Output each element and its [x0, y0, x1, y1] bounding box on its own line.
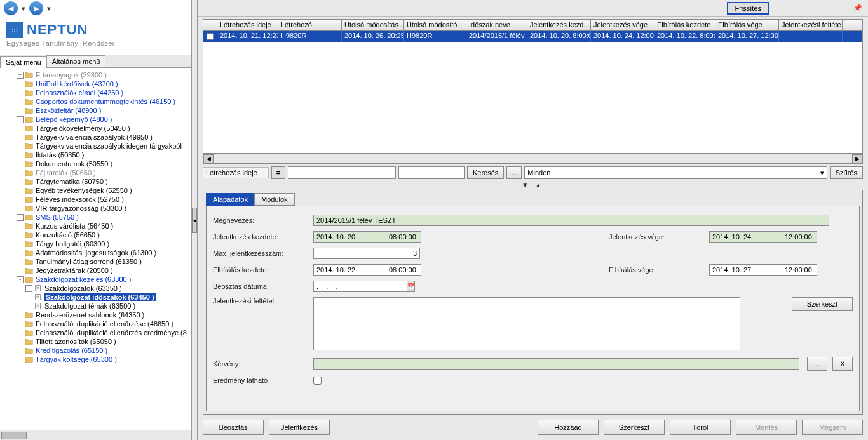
tree-item[interactable]: Tiltott azonosítók (65050 )	[1, 337, 189, 346]
tree-item[interactable]: Felhasználói duplikáció ellenőrzés eredm…	[1, 328, 189, 337]
nav-back-button[interactable]: ◀	[4, 1, 18, 15]
tree-item[interactable]: Szakdolgozat témák (63500 )	[1, 302, 189, 310]
szerkeszt-button[interactable]: Szerkeszt	[604, 420, 665, 435]
tab-alapadatok[interactable]: Alapadatok	[206, 193, 255, 206]
tree-item[interactable]: Rendszerüzenet sablonok (64350 )	[1, 310, 189, 319]
tab-general-menu[interactable]: Általános menü	[46, 55, 106, 67]
input-elbvege-time[interactable]	[782, 264, 817, 276]
search-value-input-2[interactable]	[398, 166, 465, 179]
search-operator-button[interactable]: =	[271, 166, 285, 179]
search-value-input-1[interactable]	[288, 166, 396, 179]
megsem-button[interactable]: Mégsem	[802, 420, 863, 435]
data-grid[interactable]: Létrehozás idejeLétrehozóUtolsó módosítá…	[203, 19, 863, 164]
vertical-splitter[interactable]: ◂	[191, 0, 198, 440]
tree-item[interactable]: Tanulmányi átlag sorrend (61350 )	[1, 257, 189, 266]
refresh-button[interactable]: Frissítés	[727, 2, 769, 15]
grid-scroll-right[interactable]: ▶	[852, 154, 862, 163]
tree-item[interactable]: +SMS (55750 )	[1, 213, 189, 222]
tree-expand-icon	[17, 81, 24, 88]
tree-item[interactable]: Iktatás (50350 )	[1, 150, 189, 159]
grid-header-cell[interactable]: Utolsó módosító	[404, 20, 466, 30]
tree-item[interactable]: Tárgy hallgatói (60300 )	[1, 239, 189, 248]
tree-item[interactable]: Szakdolgozat időszakok (63450 )	[1, 293, 189, 302]
tree-item[interactable]: Eszközleltár (48900 )	[1, 106, 189, 115]
label-megnevezes: Megnevezés:	[213, 217, 313, 224]
input-jelkezd-time[interactable]	[386, 231, 421, 243]
grid-header-cell[interactable]: Elbírálás kezdete	[654, 20, 715, 30]
grid-header-cell[interactable]: Jelentkezési feltéte	[779, 20, 843, 30]
tree-expand-icon[interactable]: +	[25, 285, 32, 292]
grid-header-cell[interactable]: Létrehozás ideje	[217, 20, 278, 30]
szerkeszt-feltetel-button[interactable]: Szerkeszt	[792, 297, 853, 311]
tree-expand-icon[interactable]: +	[17, 116, 24, 123]
grid-header-cell[interactable]: Létrehozó	[278, 20, 342, 30]
tree-item[interactable]: Tárgyekvivalencia szabályok idegen tárgy…	[1, 142, 189, 150]
tree-item[interactable]: UniPoll kérdőívek (43700 )	[1, 79, 189, 88]
kerveny-clear-button[interactable]: X	[832, 357, 853, 371]
grid-cell: 2014. 10. 22. 8:00:0	[654, 31, 715, 42]
grid-header-cell[interactable]: Időszak neve	[466, 20, 527, 30]
tree-item[interactable]: Jegyzetraktárak (20500 )	[1, 266, 189, 275]
nav-forward-button[interactable]: ▶	[29, 1, 43, 15]
tree-item[interactable]: Felhasználói duplikáció ellenőrzése (486…	[1, 319, 189, 328]
tree-item[interactable]: Tárgyekvivalencia szabályok (49950 )	[1, 133, 189, 142]
torol-button[interactable]: Töröl	[670, 420, 731, 435]
tree-expand-icon[interactable]: -	[17, 276, 24, 283]
grid-header-cell[interactable]: Elbírálás vége	[715, 20, 779, 30]
grid-header-cell[interactable]: Jelentkezés kezd...	[527, 20, 591, 30]
grid-header-cell[interactable]: Utolsó módosítás ...	[342, 20, 404, 30]
tree-item[interactable]: +E-tananyagok (39300 )	[1, 70, 189, 79]
nav-back-dropdown[interactable]: ▾	[20, 1, 27, 15]
tree-item[interactable]: Csoportos dokumentummegtekintés (46150 )	[1, 97, 189, 106]
tree-item[interactable]: Féléves indexsorok (52750 )	[1, 195, 189, 204]
navigation-tree[interactable]: +E-tananyagok (39300 )UniPoll kérdőívek …	[0, 68, 191, 430]
tree-item[interactable]: Adatmódosítási jogosultságok (61300 )	[1, 248, 189, 257]
grid-header-cell[interactable]: Jelentkezés vége	[591, 20, 654, 30]
tree-item[interactable]: Felhasználók címei (44250 )	[1, 88, 189, 97]
grid-row[interactable]: 2014. 10. 21. 12:23:H9820R2014. 10. 26. …	[203, 31, 862, 42]
mentes-button[interactable]: Mentés	[736, 420, 797, 435]
filter-button[interactable]: Szűrés	[830, 166, 863, 179]
calendar-icon[interactable]: 📅	[407, 281, 415, 292]
tree-item[interactable]: Tárgytematika (50750 )	[1, 177, 189, 186]
tree-item[interactable]: Tárgyak költsége (65300 )	[1, 355, 189, 364]
tree-hscroll[interactable]	[0, 430, 191, 440]
tree-item[interactable]: VIR tárgyazonosság (53300 )	[1, 204, 189, 213]
tree-item[interactable]: Kurzus várólista (56450 )	[1, 222, 189, 230]
tree-item[interactable]: Fájltárolók (50650 )	[1, 168, 189, 177]
search-button[interactable]: Keresés	[467, 166, 504, 179]
jelentkezes-button[interactable]: Jelentkezés	[269, 420, 330, 435]
tree-item[interactable]: Dokumentumok (50550 )	[1, 159, 189, 168]
panel-collapse-handle[interactable]: ▼ ▲	[198, 182, 868, 189]
tab-own-menu[interactable]: Saját menü	[0, 56, 47, 68]
grid-cell: 2014. 10. 21. 12:23:	[217, 31, 278, 42]
pin-icon[interactable]: 📌	[853, 3, 863, 13]
hozzaad-button[interactable]: Hozzáad	[538, 420, 599, 435]
grid-header-cell[interactable]	[203, 20, 217, 30]
kerveny-browse-button[interactable]: ...	[807, 357, 827, 371]
row-checkbox[interactable]	[207, 33, 214, 40]
tree-item[interactable]: Egyéb tevékenységek (52550 )	[1, 186, 189, 195]
textarea-feltetel[interactable]	[313, 297, 740, 350]
input-beosztas-date[interactable]	[313, 281, 407, 292]
beosztas-button[interactable]: Beosztás	[203, 420, 264, 435]
tree-item[interactable]: -Szakdolgozat kezelés (63300 )	[1, 275, 189, 284]
tree-item[interactable]: Konzultáció (56650 )	[1, 230, 189, 239]
tree-expand-icon[interactable]: +	[17, 214, 24, 221]
tree-expand-icon[interactable]: +	[17, 72, 24, 79]
search-more-button[interactable]: ...	[506, 166, 522, 179]
input-megnevezes[interactable]	[313, 215, 829, 226]
tree-item[interactable]: +Szakdolgozatok (63350 )	[1, 284, 189, 293]
tree-item[interactable]: Kreditigazolás (65150 )	[1, 346, 189, 355]
input-max-jelentkezes[interactable]	[313, 248, 420, 259]
tab-modulok[interactable]: Modulok	[254, 193, 295, 206]
checkbox-eredmeny-lathato[interactable]	[313, 377, 322, 385]
nav-forward-dropdown[interactable]: ▾	[46, 1, 52, 15]
tree-expand-icon	[17, 107, 24, 114]
tree-item[interactable]: Tárgyelőkövetelmény (50450 )	[1, 124, 189, 133]
input-jelvege-time[interactable]	[782, 231, 817, 243]
search-scope-select[interactable]: Minden ▾	[524, 166, 827, 179]
input-elbkezd-time[interactable]	[386, 264, 421, 276]
tree-item[interactable]: +Belépő képernyő (4800 )	[1, 115, 189, 124]
grid-scroll-left[interactable]: ◀	[203, 154, 214, 163]
